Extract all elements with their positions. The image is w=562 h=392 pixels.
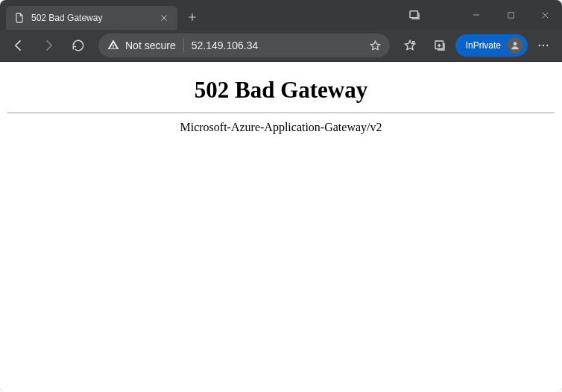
svg-rect-1: [508, 12, 513, 17]
collections-button[interactable]: [426, 33, 454, 58]
tab-actions-button[interactable]: [400, 0, 429, 30]
close-tab-button[interactable]: [157, 10, 171, 25]
divider: [7, 113, 555, 113]
server-signature: Microsoft-Azure-Application-Gateway/v2: [6, 121, 556, 134]
browser-tab[interactable]: 502 Bad Gateway: [6, 6, 177, 30]
add-favorite-button[interactable]: [367, 37, 384, 54]
svg-rect-0: [410, 11, 418, 18]
window-titlebar: 502 Bad Gateway: [0, 0, 562, 30]
inprivate-badge[interactable]: InPrivate: [455, 34, 528, 57]
new-tab-button[interactable]: [182, 7, 203, 28]
refresh-button[interactable]: [64, 33, 92, 58]
svg-point-5: [543, 45, 544, 46]
profile-avatar-icon: [507, 37, 523, 54]
settings-menu-button[interactable]: [529, 33, 558, 58]
maximize-button[interactable]: [493, 0, 528, 30]
svg-point-3: [514, 42, 517, 45]
security-label: Not secure: [125, 39, 176, 51]
error-heading: 502 Bad Gateway: [6, 77, 556, 104]
security-indicator[interactable]: Not secure: [107, 39, 176, 53]
svg-point-4: [539, 45, 540, 46]
address-divider: [183, 39, 184, 52]
inprivate-label: InPrivate: [466, 40, 501, 51]
browser-toolbar: Not secure 52.149.106.34 InPrivate: [0, 30, 562, 62]
page-icon: [13, 12, 25, 24]
warning-icon: [107, 39, 119, 53]
minimize-button[interactable]: [459, 0, 493, 30]
close-window-button[interactable]: [528, 0, 562, 30]
forward-button[interactable]: [34, 33, 63, 58]
svg-point-6: [546, 45, 548, 46]
url-text[interactable]: 52.149.106.34: [192, 39, 360, 51]
tab-title: 502 Bad Gateway: [31, 13, 151, 23]
address-bar[interactable]: Not secure 52.149.106.34: [98, 34, 390, 57]
page-content: 502 Bad Gateway Microsoft-Azure-Applicat…: [0, 62, 562, 392]
back-button[interactable]: [4, 33, 33, 58]
favorites-button[interactable]: [396, 33, 424, 58]
